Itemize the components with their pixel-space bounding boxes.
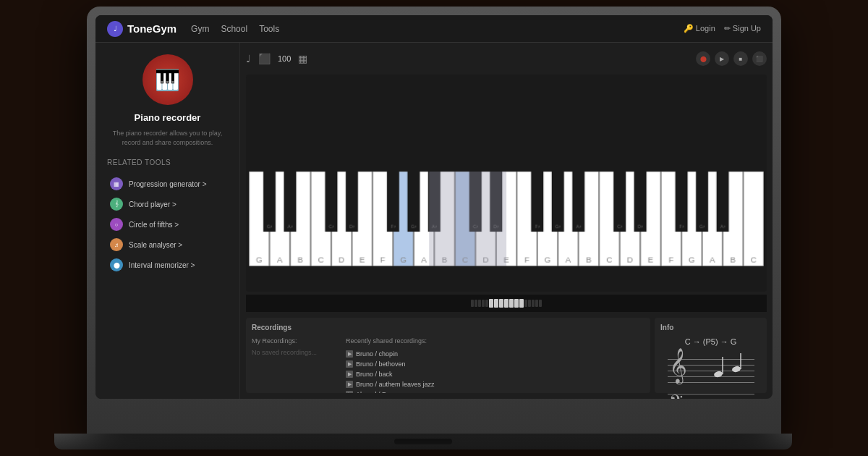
- recording-icon: ▶: [346, 371, 353, 378]
- svg-text:𝄢: 𝄢: [669, 392, 683, 399]
- bass-clef-svg: 𝄢: [668, 388, 754, 399]
- interval-icon: ⬤: [110, 258, 123, 271]
- recording-label: Bruno / back: [356, 371, 393, 378]
- sidebar-icon-area: 🎹: [107, 54, 228, 105]
- bottom-panel: Recordings My Recordings: No saved recor…: [246, 318, 767, 393]
- laptop-screen: ♩ ToneGym Gym School Tools 🔑 Login ✏ Sig…: [95, 15, 773, 399]
- play-button[interactable]: ▶: [715, 51, 729, 66]
- stop-button[interactable]: ■: [733, 51, 748, 66]
- piano-roll: [246, 295, 767, 312]
- piano-area: ♩ ⬛ 100 ▦ ⬤ ▶ ■ ⬛: [240, 43, 773, 399]
- recording-item[interactable]: ▶Bruno / chopin: [346, 349, 644, 359]
- recording-icon: ▶: [346, 391, 353, 393]
- circle-icon: ○: [110, 218, 123, 231]
- piano-toolbar: ♩ ⬛ 100 ▦ ⬤ ▶ ■ ⬛: [246, 48, 767, 69]
- recordings-panel-title: Recordings: [252, 324, 644, 332]
- recording-icon: ▶: [346, 381, 353, 388]
- recording-label: Bruno / authem leaves jazz: [356, 381, 435, 388]
- toolbar-icon2[interactable]: ⬛: [258, 53, 271, 64]
- piano-svg: /* using JS below */: [249, 77, 764, 172]
- svg-rect-0: [289, 77, 723, 172]
- navbar: ♩ ToneGym Gym School Tools 🔑 Login ✏ Sig…: [95, 15, 773, 43]
- piano-icon: 🎹: [142, 54, 193, 105]
- loop-button[interactable]: ⬛: [752, 51, 767, 66]
- recordings-panel: Recordings My Recordings: No saved recor…: [246, 318, 650, 393]
- piano-keyboard-container: /* using JS below */: [246, 75, 767, 292]
- scale-icon: ♬: [110, 238, 123, 251]
- nav-school[interactable]: School: [221, 24, 247, 34]
- my-recordings-section: My Recordings: No saved recordings...: [252, 337, 339, 393]
- laptop-base: [54, 434, 792, 449]
- bass-staff: 𝄢: [668, 388, 754, 399]
- recording-icon: ▶: [346, 350, 353, 358]
- tool-circle[interactable]: ○ Circle of fifths >: [107, 214, 228, 235]
- recording-item[interactable]: ▶Ahmed / Bro: [346, 389, 644, 393]
- tool-scale-label: Scale analyser >: [129, 241, 182, 249]
- recording-label: Bruno / chopin: [356, 350, 398, 358]
- tool-interval[interactable]: ⬤ Interval memorizer >: [107, 255, 228, 275]
- tool-scale[interactable]: ♬ Scale analyser >: [107, 235, 228, 255]
- recording-item[interactable]: ▶Bruno / bethoven: [346, 359, 644, 369]
- my-recordings-label: My Recordings:: [252, 337, 339, 345]
- tool-progression-label: Progression generator >: [129, 180, 207, 188]
- chord-display: C → (P5) → G: [660, 337, 761, 346]
- laptop-outer: ♩ ToneGym Gym School Tools 🔑 Login ✏ Sig…: [87, 7, 781, 434]
- progression-icon: ▦: [110, 177, 123, 190]
- info-panel: Info C → (P5) → G 𝄞: [655, 318, 767, 393]
- signup-link[interactable]: ✏ Sign Up: [724, 24, 761, 33]
- recording-item[interactable]: ▶Bruno / back: [346, 369, 644, 379]
- laptop-notch: [394, 439, 452, 444]
- chord-icon: 𝄞: [110, 198, 123, 211]
- main-content: 🎹 Piano recorder The piano recorder allo…: [95, 43, 773, 399]
- shared-recordings-section: Recently shared recordings: ▶Bruno / cho…: [346, 337, 644, 393]
- tool-interval-label: Interval memorizer >: [129, 261, 195, 269]
- related-tools-label: Related tools: [107, 159, 228, 166]
- toolbar-grid-icon[interactable]: ▦: [298, 53, 307, 64]
- recording-label: Ahmed / Bro: [356, 391, 392, 393]
- nav-links: Gym School Tools: [191, 24, 684, 34]
- toolbar-icon1[interactable]: ♩: [246, 53, 251, 64]
- nav-right: 🔑 Login ✏ Sign Up: [684, 24, 761, 33]
- brand-name: ToneGym: [127, 22, 176, 35]
- recording-item[interactable]: ▶Bruno / authem leaves jazz: [346, 379, 644, 389]
- treble-staff: 𝄞: [668, 353, 754, 384]
- bpm-display: 100: [278, 54, 291, 63]
- sidebar: 🎹 Piano recorder The piano recorder allo…: [95, 43, 240, 399]
- tool-chord-label: Chord player >: [129, 200, 176, 208]
- tool-progression[interactable]: ▦ Progression generator >: [107, 174, 228, 194]
- recordings-columns: My Recordings: No saved recordings... Re…: [252, 337, 644, 393]
- shared-recordings-list: ▶Bruno / chopin▶Bruno / bethoven▶Bruno /…: [346, 349, 644, 393]
- login-link[interactable]: 🔑 Login: [684, 24, 715, 33]
- svg-point-2: [731, 366, 741, 373]
- app: ♩ ToneGym Gym School Tools 🔑 Login ✏ Sig…: [95, 15, 773, 399]
- svg-point-1: [713, 371, 723, 379]
- no-recordings-text: No saved recordings...: [252, 349, 339, 356]
- tool-chord[interactable]: 𝄞 Chord player >: [107, 194, 228, 214]
- sidebar-description: The piano recorder allows you to play, r…: [107, 129, 228, 147]
- brand-icon: ♩: [107, 21, 123, 37]
- treble-notes-svg: [668, 353, 754, 384]
- tool-circle-label: Circle of fifths >: [129, 221, 179, 229]
- info-panel-title: Info: [660, 324, 761, 332]
- brand: ♩ ToneGym: [107, 21, 176, 37]
- record-button[interactable]: ⬤: [696, 51, 710, 66]
- nav-gym[interactable]: Gym: [191, 24, 209, 34]
- nav-tools[interactable]: Tools: [259, 24, 279, 34]
- recording-label: Bruno / bethoven: [356, 360, 406, 368]
- sidebar-title: Piano recorder: [107, 112, 228, 123]
- playback-controls: ⬤ ▶ ■ ⬛: [696, 51, 767, 66]
- recording-icon: ▶: [346, 360, 353, 368]
- shared-recordings-label: Recently shared recordings:: [346, 337, 644, 345]
